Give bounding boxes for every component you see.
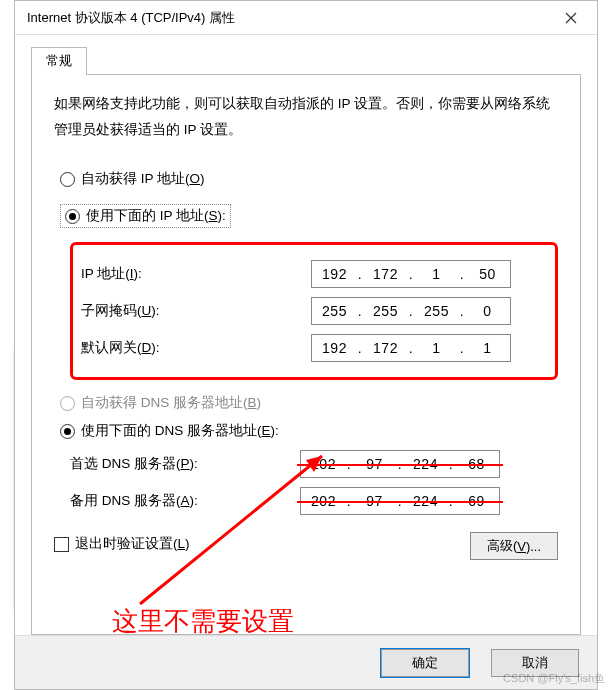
radio-ip-auto[interactable]: 自动获得 IP 地址(O) xyxy=(60,170,558,188)
ip-mode-group: 自动获得 IP 地址(O) 使用下面的 IP 地址(S): IP 地址(I): … xyxy=(60,170,558,380)
alt-dns-input[interactable]: 202. 97. 224. 69 xyxy=(300,487,500,515)
advanced-button[interactable]: 高级(V)... xyxy=(470,532,558,560)
annotation-text: 这里不需要设置 xyxy=(112,604,294,639)
radio-ip-auto-label: 自动获得 IP 地址(O) xyxy=(81,170,205,188)
description-text: 如果网络支持此功能，则可以获取自动指派的 IP 设置。否则，你需要从网络系统管理… xyxy=(54,91,558,142)
dns-mode-group: 自动获得 DNS 服务器地址(B) 使用下面的 DNS 服务器地址(E): 首选… xyxy=(60,394,558,515)
validate-on-exit-label: 退出时验证设置(L) xyxy=(75,535,190,553)
radio-ip-manual[interactable]: 使用下面的 IP 地址(S): xyxy=(60,204,231,228)
alt-dns-label: 备用 DNS 服务器(A): xyxy=(70,492,300,510)
radio-icon xyxy=(60,396,75,411)
default-gateway-label: 默认网关(D): xyxy=(81,339,311,357)
radio-icon xyxy=(60,172,75,187)
primary-dns-label: 首选 DNS 服务器(P): xyxy=(70,455,300,473)
radio-dns-auto-label: 自动获得 DNS 服务器地址(B) xyxy=(81,394,261,412)
ok-button[interactable]: 确定 xyxy=(381,649,469,677)
radio-icon xyxy=(60,424,75,439)
ipv4-properties-dialog: Internet 协议版本 4 (TCP/IPv4) 属性 常规 如果网络支持此… xyxy=(14,0,598,690)
close-icon xyxy=(565,12,577,24)
titlebar: Internet 协议版本 4 (TCP/IPv4) 属性 xyxy=(15,1,597,35)
radio-icon xyxy=(65,209,80,224)
radio-dns-manual[interactable]: 使用下面的 DNS 服务器地址(E): xyxy=(60,422,558,440)
ip-address-label: IP 地址(I): xyxy=(81,265,311,283)
radio-dns-auto: 自动获得 DNS 服务器地址(B) xyxy=(60,394,558,412)
subnet-mask-input[interactable]: 255. 255. 255. 0 xyxy=(311,297,511,325)
ip-fields-highlight: IP 地址(I): 192. 172. 1. 50 子网掩码(U): 255. … xyxy=(70,242,558,380)
close-button[interactable] xyxy=(549,2,593,34)
checkbox-icon xyxy=(54,537,69,552)
default-gateway-input[interactable]: 192. 172. 1. 1 xyxy=(311,334,511,362)
radio-dns-manual-label: 使用下面的 DNS 服务器地址(E): xyxy=(81,422,279,440)
ip-address-input[interactable]: 192. 172. 1. 50 xyxy=(311,260,511,288)
dialog-body: 常规 如果网络支持此功能，则可以获取自动指派的 IP 设置。否则，你需要从网络系… xyxy=(15,35,597,635)
tab-panel-general: 如果网络支持此功能，则可以获取自动指派的 IP 设置。否则，你需要从网络系统管理… xyxy=(31,74,581,635)
watermark: CSDN @Fly's_fish鱼 xyxy=(503,671,605,686)
validate-on-exit-checkbox[interactable]: 退出时验证设置(L) xyxy=(54,535,190,553)
tab-general[interactable]: 常规 xyxy=(31,47,87,75)
radio-ip-manual-label: 使用下面的 IP 地址(S): xyxy=(86,207,226,225)
subnet-mask-label: 子网掩码(U): xyxy=(81,302,311,320)
primary-dns-input[interactable]: 202. 97. 224. 68 xyxy=(300,450,500,478)
dialog-title: Internet 协议版本 4 (TCP/IPv4) 属性 xyxy=(27,9,549,27)
